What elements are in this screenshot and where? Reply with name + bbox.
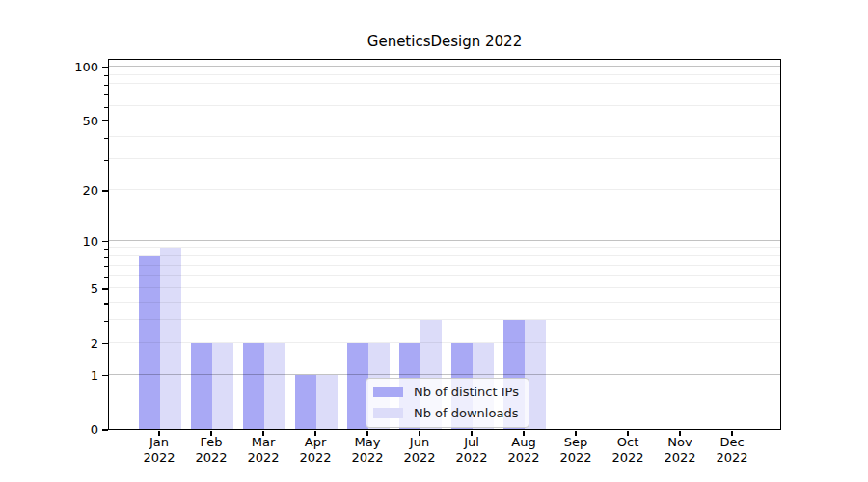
gridline-minor (109, 275, 780, 276)
y-tick-label: 100 (52, 60, 98, 75)
x-tick-label-mar: Mar2022 (234, 435, 292, 466)
y-tick-minor-mark (104, 249, 108, 250)
x-tick-label-apr: Apr2022 (286, 435, 344, 466)
y-tick-minor-mark (104, 160, 108, 161)
x-tick-label-oct: Oct2022 (599, 435, 657, 466)
x-tick-month: May (339, 435, 396, 450)
x-tick-month: Feb (182, 435, 240, 450)
y-tick-minor-mark (104, 138, 108, 139)
legend-item: Nb of distinct IPs (373, 385, 519, 399)
y-tick-minor-mark (104, 85, 108, 86)
y-tick-minor-mark (104, 321, 108, 322)
gridline-minor (109, 319, 780, 320)
y-tick-minor-mark (104, 191, 108, 192)
gridline-minor (109, 158, 780, 159)
bar-feb-ips (191, 343, 212, 430)
y-tick-mark (102, 67, 108, 67)
x-tick-year: 2022 (339, 450, 396, 466)
x-tick-month: Jun (391, 435, 448, 450)
gridline-minor (109, 120, 780, 120)
x-tick-year: 2022 (286, 450, 344, 466)
x-tick-month: Dec (703, 435, 761, 450)
y-tick-mark (102, 241, 108, 242)
x-tick-label-jun: Jun2022 (391, 435, 448, 466)
x-tick-year: 2022 (391, 450, 448, 466)
x-tick-year: 2022 (547, 450, 605, 466)
x-tick-year: 2022 (599, 450, 657, 466)
bar-jan-downloads (160, 248, 181, 429)
bar-feb-downloads (212, 343, 233, 430)
legend-swatch-distinct-ips (373, 387, 403, 397)
y-tick-minor-mark (104, 277, 108, 278)
gridline-minor (109, 74, 780, 75)
x-tick-label-nov: Nov2022 (651, 435, 709, 466)
x-tick-month: Sep (547, 435, 605, 450)
x-tick-year: 2022 (443, 450, 501, 466)
gridline-minor (109, 83, 780, 84)
x-tick-month: Jul (443, 435, 501, 450)
x-tick-year: 2022 (495, 450, 553, 466)
x-tick-month: Nov (651, 435, 709, 450)
y-tick-minor-mark (104, 94, 108, 95)
y-tick-label: 2 (52, 336, 98, 352)
gridline-major (109, 240, 780, 241)
bar-jan-ips (139, 256, 160, 429)
x-tick-year: 2022 (130, 450, 188, 466)
bar-apr-downloads (316, 375, 338, 430)
x-tick-year: 2022 (182, 450, 240, 466)
x-tick-month: Oct (599, 435, 657, 450)
gridline-minor (109, 189, 780, 190)
plot-area: Nb of distinct IPsNb of downloads (108, 59, 781, 430)
gridline-minor (109, 265, 780, 266)
x-tick-month: Apr (286, 435, 344, 450)
y-tick-mark (102, 375, 108, 376)
y-tick-label: 50 (52, 114, 98, 129)
bar-mar-downloads (264, 343, 285, 430)
gridline-minor (109, 105, 780, 106)
legend-label: Nb of downloads (414, 406, 518, 420)
x-tick-label-feb: Feb2022 (182, 435, 240, 466)
x-tick-label-sep: Sep2022 (547, 435, 605, 466)
x-tick-month: Aug (495, 435, 553, 450)
y-tick-mark (102, 429, 108, 430)
x-tick-label-may: May2022 (339, 435, 396, 466)
y-tick-label: 1 (52, 368, 98, 384)
gridline-major (109, 66, 780, 67)
x-tick-year: 2022 (703, 450, 761, 466)
gridline-minor (109, 302, 780, 303)
y-tick-minor-mark (104, 289, 108, 290)
bar-mar-ips (243, 343, 264, 430)
legend: Nb of distinct IPsNb of downloads (366, 378, 529, 428)
legend-label: Nb of distinct IPs (414, 385, 519, 399)
legend-swatch-downloads (373, 408, 403, 418)
y-tick-minor-mark (104, 75, 108, 76)
x-tick-label-jan: Jan2022 (130, 435, 188, 466)
gridline-minor (109, 136, 780, 137)
chart-title: GeneticsDesign 2022 (108, 33, 781, 50)
x-tick-year: 2022 (234, 450, 292, 466)
x-tick-label-jul: Jul2022 (443, 435, 501, 466)
y-tick-label: 0 (52, 422, 98, 438)
gridline-minor (109, 247, 780, 248)
legend-item: Nb of downloads (373, 406, 519, 420)
x-tick-label-aug: Aug2022 (495, 435, 553, 466)
x-tick-month: Jan (130, 435, 188, 450)
chart-canvas: { "title": "GeneticsDesign 2022", "chart… (0, 0, 868, 482)
y-tick-label: 20 (52, 183, 98, 199)
y-tick-label: 10 (52, 234, 98, 250)
x-tick-year: 2022 (651, 450, 709, 466)
bar-apr-ips (295, 375, 316, 430)
y-tick-minor-mark (104, 257, 108, 258)
gridline-minor (109, 94, 780, 94)
gridline-minor (109, 287, 780, 288)
y-tick-minor-mark (104, 107, 108, 108)
y-tick-minor-mark (104, 120, 108, 121)
gridline-minor (109, 255, 780, 256)
y-tick-label: 5 (52, 281, 98, 297)
x-tick-label-dec: Dec2022 (703, 435, 761, 466)
y-tick-minor-mark (104, 303, 108, 304)
x-tick-month: Mar (234, 435, 292, 450)
y-tick-minor-mark (104, 266, 108, 267)
y-tick-minor-mark (104, 343, 108, 344)
